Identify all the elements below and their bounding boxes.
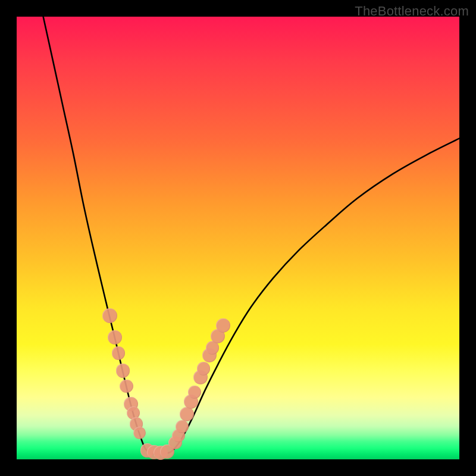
bottleneck-curve xyxy=(17,17,459,459)
data-point-right xyxy=(180,407,194,421)
data-point-left xyxy=(120,380,133,393)
data-point-right xyxy=(197,362,210,375)
chart-frame: TheBottleneck.com xyxy=(0,0,476,476)
data-point-right xyxy=(216,318,230,333)
plot-area xyxy=(17,17,459,459)
watermark-text: TheBottleneck.com xyxy=(355,4,469,19)
data-point-left xyxy=(112,346,125,359)
data-point-left xyxy=(133,427,146,439)
data-point-left xyxy=(102,308,117,323)
